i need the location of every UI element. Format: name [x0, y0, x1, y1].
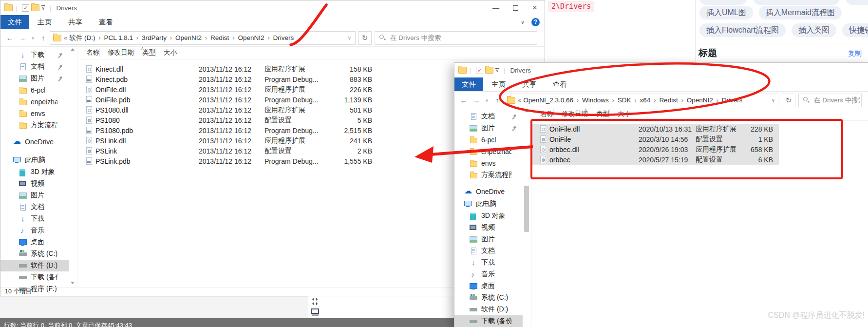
table-row[interactable]: orbbec.dll 2020/9/26 19:03 应用程序扩展 658 KB	[532, 144, 779, 154]
ribbon-tab[interactable]: 主页	[29, 15, 60, 29]
breadcrumb-item[interactable]: x64›	[640, 96, 660, 104]
search-box[interactable]	[798, 94, 862, 107]
qat-dropdown-icon[interactable]: ∨	[41, 5, 45, 10]
ribbon-tab[interactable]: 查看	[91, 15, 121, 29]
checkbox-qat-icon[interactable]: ✓	[22, 4, 29, 12]
breadcrumb-item[interactable]: SDK›	[618, 96, 640, 104]
table-row[interactable]: orbbec 2020/5/27 15:19 配置设置 6 KB	[532, 154, 779, 165]
breadcrumb-item[interactable]: Redist›	[659, 96, 686, 104]
copy-link[interactable]: 复制	[848, 49, 862, 58]
folder-icon[interactable]	[4, 4, 13, 11]
insert-diagram-button[interactable]: 快捷键	[842, 23, 868, 37]
back-button[interactable]: ←	[3, 34, 16, 42]
ribbon-tab[interactable]: 文件	[0, 15, 29, 29]
sidebar-item[interactable]: OneDrive	[454, 186, 523, 197]
maximize-button[interactable]	[506, 0, 525, 15]
minimize-button[interactable]: —	[486, 0, 506, 15]
sidebar-item[interactable]: 视频	[0, 178, 69, 190]
breadcrumb-item[interactable]: OpenNI2›	[175, 34, 210, 41]
breadcrumb-item[interactable]: OpenNI2›	[687, 96, 722, 104]
new-folder-icon[interactable]	[31, 4, 39, 11]
search-input[interactable]	[813, 96, 861, 104]
history-dropdown-icon[interactable]: ∨	[29, 36, 37, 40]
sidebar-item[interactable]: 图片	[0, 73, 69, 84]
column-header[interactable]: 类型	[588, 109, 610, 119]
sidebar-item[interactable]: 文档	[454, 245, 523, 257]
breadcrumb-item[interactable]: PCL 1.8.1›	[104, 34, 142, 41]
titlebar[interactable]: | ✓ ∨ | Drivers — ×	[0, 0, 545, 15]
insert-diagram-button[interactable]: 插入UML图	[699, 6, 753, 19]
sidebar-item[interactable]: 系统 (C:)	[454, 292, 523, 304]
forward-button[interactable]: →	[470, 96, 483, 104]
column-header[interactable]: 大小	[156, 48, 177, 58]
ribbon-tab[interactable]: 共享	[514, 77, 545, 91]
forward-button[interactable]: →	[16, 34, 29, 42]
address-bar[interactable]: « 软件 (D:)›PCL 1.8.1›3rdParty›OpenNI2›Red…	[50, 31, 356, 45]
sidebar-item[interactable]: 图片	[0, 190, 69, 201]
sidebar-item[interactable]: 下载	[0, 49, 69, 61]
sidebar-item[interactable]: 桌面	[0, 236, 69, 248]
sidebar-item[interactable]: 方案流程图	[454, 169, 523, 181]
sidebar-item[interactable]: 文档	[0, 61, 69, 73]
sidebar-item[interactable]: 音乐	[454, 269, 523, 280]
address-bar[interactable]: « OpenNI_2.3.0.66›Windows›SDK›x64›Redist…	[504, 94, 779, 107]
help-button[interactable]: ?	[531, 18, 540, 26]
column-header[interactable]: 大小	[610, 109, 631, 119]
back-button[interactable]: ←	[457, 96, 470, 104]
column-header[interactable]: 修改日期	[100, 48, 134, 58]
sidebar-item[interactable]: 6-pcl	[0, 84, 69, 96]
ribbon-expand-icon[interactable]: ∨	[521, 19, 525, 25]
address-dropdown-icon[interactable]: ∨	[348, 35, 351, 40]
column-header[interactable]: 类型	[134, 48, 156, 58]
sidebar-item[interactable]: 此电脑	[0, 154, 69, 166]
breadcrumb-item[interactable]: OpenNI2›	[238, 34, 273, 41]
column-header[interactable]: 名称	[532, 109, 554, 119]
insert-diagram-button[interactable]: 插入Mermaid流程图	[759, 6, 842, 19]
search-box[interactable]	[375, 31, 537, 45]
titlebar[interactable]: | ✓ ∨ | Drivers	[454, 63, 868, 77]
sidebar-scrollbar[interactable]	[69, 46, 77, 287]
scroll-up-icon[interactable]	[71, 48, 75, 51]
history-dropdown-icon[interactable]: ∨	[483, 98, 491, 103]
sidebar-item[interactable]: 视频	[454, 222, 523, 233]
qat-dropdown-icon[interactable]: ∨	[495, 68, 499, 73]
table-row[interactable]: OniFile 2020/3/10 14:56 配置设置 1 KB	[532, 134, 779, 144]
sidebar-item[interactable]: 软件 (D:)	[454, 304, 523, 315]
sidebar-item[interactable]: OneDrive	[0, 136, 69, 148]
sidebar-item[interactable]: 系统 (C:)	[0, 248, 69, 260]
table-row[interactable]: OniFile.dll 2020/10/13 16:31 应用程序扩展 228 …	[532, 124, 779, 134]
column-header[interactable]: 名称	[78, 48, 100, 58]
insert-diagram-button[interactable]: 插入类图	[792, 23, 836, 37]
sidebar-item[interactable]: 文档	[0, 201, 69, 213]
sidebar-item[interactable]: envs	[0, 108, 69, 119]
breadcrumb-item[interactable]: Drivers›	[722, 96, 743, 104]
sidebar-item[interactable]: 图片	[454, 233, 523, 245]
breadcrumb-item[interactable]: 3rdParty›	[142, 34, 175, 41]
breadcrumb-item[interactable]: OpenNI_2.3.0.66›	[523, 96, 582, 104]
sidebar-item[interactable]: 3D 对象	[0, 166, 69, 178]
up-button[interactable]: ↑	[491, 96, 504, 104]
search-input[interactable]	[389, 34, 537, 42]
ribbon-tab[interactable]: 文件	[454, 77, 483, 91]
sidebar-item[interactable]: 此电脑	[454, 198, 523, 210]
scrollbar-thumb[interactable]	[524, 186, 529, 232]
up-button[interactable]: ↑	[37, 34, 50, 42]
ribbon-tab[interactable]: 主页	[483, 77, 514, 91]
breadcrumb-item[interactable]: 软件 (D:)›	[69, 34, 104, 42]
close-button[interactable]: ×	[525, 0, 545, 15]
sidebar-item[interactable]: 桌面	[454, 280, 523, 292]
sidebar-item[interactable]: 下载	[0, 213, 69, 225]
breadcrumb-item[interactable]: Windows›	[582, 96, 618, 104]
sidebar-item[interactable]: 下载	[454, 257, 523, 269]
new-folder-icon[interactable]	[485, 67, 493, 74]
sidebar-item[interactable]: 文档	[454, 111, 523, 122]
scroll-down-icon[interactable]	[71, 282, 75, 284]
sidebar-item[interactable]: 软件 (D:)	[0, 260, 69, 271]
sidebar-item[interactable]: 音乐	[0, 225, 69, 236]
sidebar-item[interactable]: 下载 (备份) (E	[454, 315, 523, 327]
refresh-button[interactable]: ↻	[782, 94, 795, 107]
breadcrumb-item[interactable]: Drivers›	[273, 34, 294, 41]
sidebar-scrollbar[interactable]	[523, 108, 531, 327]
sidebar-item[interactable]: 图片	[454, 122, 523, 134]
folder-icon[interactable]	[458, 67, 467, 74]
